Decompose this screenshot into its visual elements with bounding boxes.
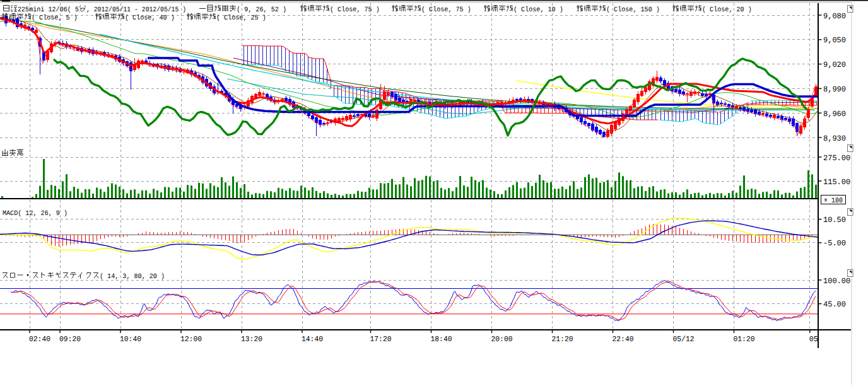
svg-text:( Close, 25 ): ( Close, 25 )	[216, 15, 266, 22]
svg-text:-5.00: -5.00	[823, 239, 846, 248]
svg-text:01:20: 01:20	[734, 335, 755, 344]
svg-text:( Close, 75 ): ( Close, 75 )	[421, 6, 471, 14]
svg-text:, 2012/05/11 - 2012/05/15 ): , 2012/05/11 - 2012/05/15 )	[86, 6, 186, 14]
svg-text:22:40: 22:40	[613, 335, 634, 344]
svg-text:8,990: 8,990	[823, 85, 846, 94]
svg-text:45.00: 45.00	[823, 300, 846, 309]
svg-text:10.50: 10.50	[823, 216, 846, 225]
svg-text:21:20: 21:20	[552, 335, 573, 344]
svg-text:8,960: 8,960	[823, 110, 846, 119]
svg-text:09:20: 09:20	[59, 335, 81, 344]
svg-text:10:40: 10:40	[120, 335, 141, 344]
svg-text:9,080: 9,080	[823, 12, 846, 21]
svg-text:14:40: 14:40	[302, 335, 323, 344]
svg-text:05: 05	[809, 335, 818, 344]
svg-text:( 9, 26, 52 ): ( 9, 26, 52 )	[237, 6, 286, 14]
svg-text:( Close, 5 ): ( Close, 5 )	[32, 15, 78, 22]
svg-text:100.00: 100.00	[823, 277, 850, 286]
svg-text:( Close, 75 ): ( Close, 75 )	[330, 6, 380, 14]
svg-text:275.00: 275.00	[823, 154, 850, 163]
svg-text:12:00: 12:00	[180, 335, 202, 344]
svg-text:( Close, 10 ): ( Close, 10 )	[513, 6, 563, 14]
svg-text:20:00: 20:00	[491, 335, 513, 344]
svg-text:02:40: 02:40	[29, 335, 50, 344]
svg-text:9,050: 9,050	[823, 36, 846, 45]
svg-text:225mini 12/06( 5: 225mini 12/06( 5	[18, 6, 79, 14]
svg-text:8,930: 8,930	[823, 134, 846, 143]
svg-text:× 100: × 100	[824, 197, 843, 205]
svg-text:13:20: 13:20	[241, 335, 262, 344]
svg-text:05/12: 05/12	[673, 335, 695, 344]
svg-text:9,020: 9,020	[823, 61, 846, 69]
svg-text:( 14, 3, 80, 20 ): ( 14, 3, 80, 20 )	[100, 273, 165, 281]
svg-text:( Close, 40 ): ( Close, 40 )	[125, 15, 175, 22]
svg-text:18:40: 18:40	[431, 335, 452, 344]
svg-text:17:20: 17:20	[370, 335, 392, 344]
svg-text:115.00: 115.00	[823, 178, 850, 187]
svg-text:MACD( 12, 26, 9 ): MACD( 12, 26, 9 )	[3, 210, 67, 218]
svg-text:( Close, 20 ): ( Close, 20 )	[702, 6, 752, 14]
svg-text:( Close, 150 ): ( Close, 150 )	[606, 6, 660, 14]
